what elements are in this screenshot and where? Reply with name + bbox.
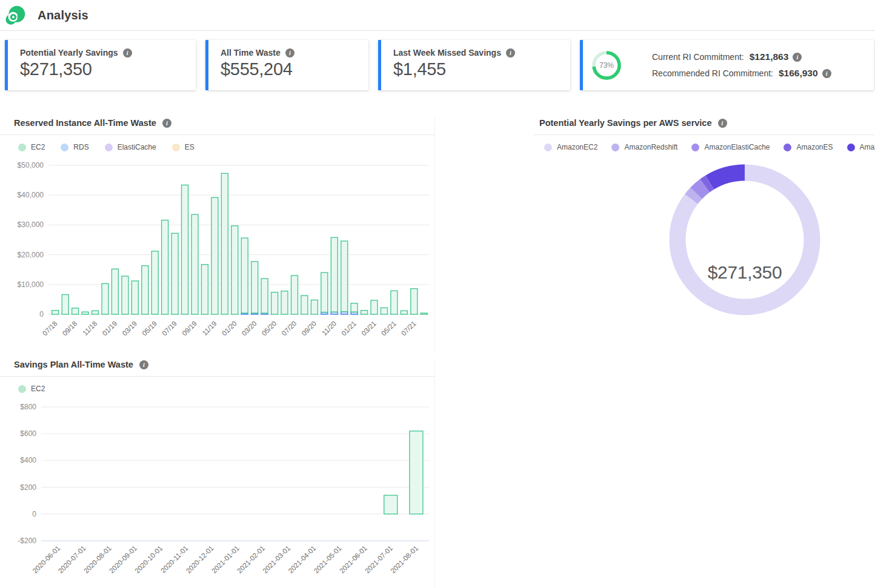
- legend-item-ec2[interactable]: EC2: [18, 143, 45, 151]
- x-axis-tick-label: 03/19: [121, 320, 138, 337]
- legend-label: ES: [185, 143, 195, 151]
- legend-label: AmazonES: [796, 143, 833, 151]
- bar-ec2-08/21: [421, 313, 427, 314]
- bar-ec2-07/20: [291, 276, 298, 314]
- x-axis-tick-label: 11/18: [81, 320, 98, 337]
- y-axis-tick-label: -$200: [18, 537, 36, 545]
- legend-item-amazonredshift[interactable]: AmazonRedshift: [611, 143, 677, 151]
- legend-item-rds[interactable]: RDS: [61, 143, 88, 151]
- bar-ec2-10/18: [82, 312, 88, 314]
- row-value: $166,930: [779, 68, 818, 79]
- y-axis-tick-label: $800: [20, 403, 36, 411]
- stat-card-last-week-missed-savings: Last Week Missed Savings $1,455: [378, 40, 570, 90]
- legend-label: AmazonRedshift: [624, 143, 677, 151]
- bar-ec2-2021-08-01: [410, 431, 423, 514]
- legend-dot: [544, 144, 552, 151]
- savings-donut-chart: $271,350: [666, 161, 823, 320]
- bar-ec2-05/19: [151, 251, 158, 314]
- legend-item-ec2[interactable]: EC2: [18, 385, 45, 393]
- info-icon[interactable]: [285, 48, 294, 58]
- ri-utilization-gauge: 73%: [590, 49, 623, 82]
- legend-item-amazonec2[interactable]: AmazonEC2: [544, 143, 597, 151]
- x-axis-tick-label: 07/20: [281, 320, 298, 337]
- x-axis-tick-label: 07/18: [41, 320, 59, 337]
- x-axis-tick-label: 05/19: [141, 320, 158, 337]
- x-axis-tick-label: 05/20: [261, 320, 278, 337]
- legend-label: RDS: [73, 143, 88, 151]
- bar-ec2-03/20: [251, 262, 258, 313]
- stat-card-potential-yearly-savings: Potential Yearly Savings $271,350: [5, 40, 196, 90]
- stat-card-ri-commitment: 73% Current RI Commitment: $121,863 Reco…: [580, 40, 874, 90]
- ri-waste-bar-chart: $50,000$40,000$30,000$20,000$10,000007/1…: [0, 159, 434, 350]
- x-axis-tick-label: 07/19: [161, 320, 178, 337]
- app-header: Analysis: [0, 0, 875, 31]
- bar-ec2-04/21: [381, 308, 388, 314]
- legend-dot: [172, 144, 180, 151]
- bar-ec2-05/20: [271, 292, 278, 314]
- bar-ec2-02/21: [361, 311, 368, 314]
- ri-all-time-waste-panel: Reserved Instance All-Time Waste EC2RDSE…: [0, 117, 435, 352]
- legend-label: AmazonElastiCache: [704, 143, 770, 151]
- bar-ec2-12/19: [221, 173, 228, 314]
- y-axis-tick-label: $50,000: [18, 161, 44, 170]
- bar-ec2-08/19: [182, 185, 188, 315]
- bar-ec2-10/19: [201, 265, 208, 314]
- bar-ec2-09/19: [191, 214, 198, 314]
- legend-label: AmazonRDS: [860, 143, 875, 151]
- info-icon[interactable]: [822, 69, 831, 78]
- legend-item-amazonelasticache[interactable]: AmazonElastiCache: [691, 143, 770, 151]
- bar-ec2-06/20: [281, 291, 288, 314]
- info-icon[interactable]: [718, 119, 727, 128]
- y-axis-tick-label: 0: [32, 510, 36, 518]
- bar-ec2-07/21: [411, 289, 418, 314]
- legend-item-amazones[interactable]: AmazonES: [784, 143, 833, 151]
- info-icon[interactable]: [123, 48, 132, 58]
- page-title: Analysis: [38, 8, 88, 22]
- bar-ec2-01/20: [231, 226, 238, 314]
- info-icon[interactable]: [139, 360, 148, 369]
- stat-card-all-time-waste: All Time Waste $555,204: [205, 40, 368, 90]
- legend-label: EC2: [31, 143, 45, 151]
- card-value: $555,204: [221, 59, 368, 79]
- legend-label: ElastiCache: [118, 143, 156, 151]
- chart-title: Savings Plan All-Time Waste: [14, 360, 133, 369]
- x-axis-tick-label: 07/21: [400, 320, 418, 337]
- y-axis-tick-label: $600: [20, 429, 36, 438]
- y-axis-tick-label: $30,000: [18, 220, 44, 229]
- legend-item-elasticache[interactable]: ElastiCache: [105, 143, 156, 151]
- info-icon[interactable]: [793, 53, 802, 62]
- card-label: Potential Yearly Savings: [20, 48, 118, 58]
- bar-ec2-06/21: [401, 311, 407, 314]
- x-axis-tick-label: 11/19: [201, 320, 218, 337]
- x-axis-tick-label: 01/21: [340, 320, 358, 337]
- chart-legend: AmazonEC2AmazonRedshiftAmazonElastiCache…: [533, 135, 875, 159]
- bar-ec2-03/21: [371, 300, 378, 314]
- y-axis-tick-label: $200: [20, 483, 36, 492]
- legend-item-amazonrds[interactable]: AmazonRDS: [847, 143, 875, 151]
- legend-dot: [61, 144, 68, 151]
- bar-ec2-05/21: [391, 291, 398, 314]
- stat-cards-row: Potential Yearly Savings $271,350 All Ti…: [5, 40, 874, 90]
- legend-dot: [18, 385, 26, 393]
- bar-ec2-11/18: [92, 311, 99, 314]
- y-axis-tick-label: $10,000: [18, 280, 44, 289]
- savings-plan-waste-panel: Savings Plan All-Time Waste EC2 $800$600…: [0, 358, 435, 588]
- bar-ec2-10/20: [321, 273, 328, 312]
- legend-item-es[interactable]: ES: [172, 143, 195, 151]
- bar-ec2-02/19: [122, 276, 128, 314]
- legend-label: AmazonEC2: [557, 143, 597, 151]
- bar-ec2-08/20: [301, 296, 308, 314]
- bar-ec2-03/19: [131, 281, 138, 314]
- legend-dot: [847, 144, 855, 151]
- bar-ec2-07/19: [171, 233, 178, 314]
- donut-center-value: $271,350: [666, 262, 823, 283]
- bar-ec2-07/18: [52, 311, 59, 314]
- y-axis-tick-label: $400: [20, 456, 36, 464]
- info-icon[interactable]: [162, 119, 171, 128]
- bar-ec2-09/20: [311, 300, 318, 314]
- info-icon[interactable]: [506, 48, 515, 58]
- x-axis-tick-label: 2020-10-01: [133, 544, 164, 575]
- bar-ec2-01/19: [111, 269, 118, 314]
- bar-ec2-12/20: [341, 241, 348, 312]
- bar-ec2-06/19: [162, 220, 168, 315]
